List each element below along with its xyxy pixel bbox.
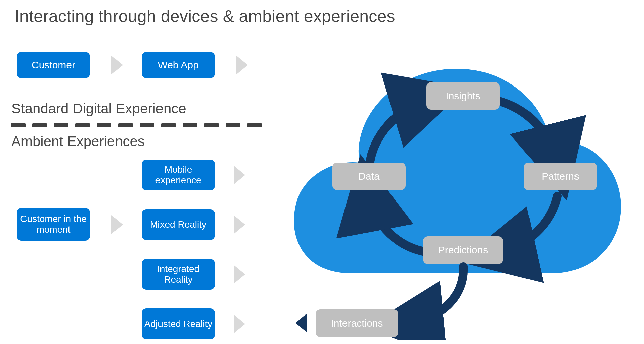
cloud-diagram: Insights Patterns Predictions Data Inter…: [282, 39, 628, 334]
box-channel-integrated: Integrated Reality: [142, 259, 215, 290]
heading-ambient-experiences: Ambient Experiences: [11, 133, 145, 150]
chevron-right-icon: [234, 265, 245, 284]
divider-dashed: [11, 123, 262, 127]
node-interactions: Interactions: [316, 309, 398, 337]
box-customer: Customer: [17, 52, 90, 78]
box-channel-mobile: Mobile experience: [142, 160, 215, 190]
chevron-right-icon: [234, 166, 245, 184]
chevron-right-icon: [111, 56, 123, 74]
slide-title: Interacting through devices & ambient ex…: [15, 7, 395, 26]
chevron-right-icon: [111, 215, 123, 234]
box-webapp: Web App: [142, 52, 215, 78]
box-channel-adjusted: Adjusted Reality: [142, 308, 215, 339]
chevron-left-icon: [295, 313, 307, 332]
output-arrow-icon: [282, 39, 628, 340]
box-channel-mixed: Mixed Reality: [142, 209, 215, 240]
heading-standard-experience: Standard Digital Experience: [11, 101, 186, 117]
chevron-right-icon: [236, 56, 248, 74]
box-customer-in-moment: Customer in the moment: [17, 208, 90, 241]
chevron-right-icon: [234, 215, 245, 234]
chevron-right-icon: [234, 314, 245, 333]
